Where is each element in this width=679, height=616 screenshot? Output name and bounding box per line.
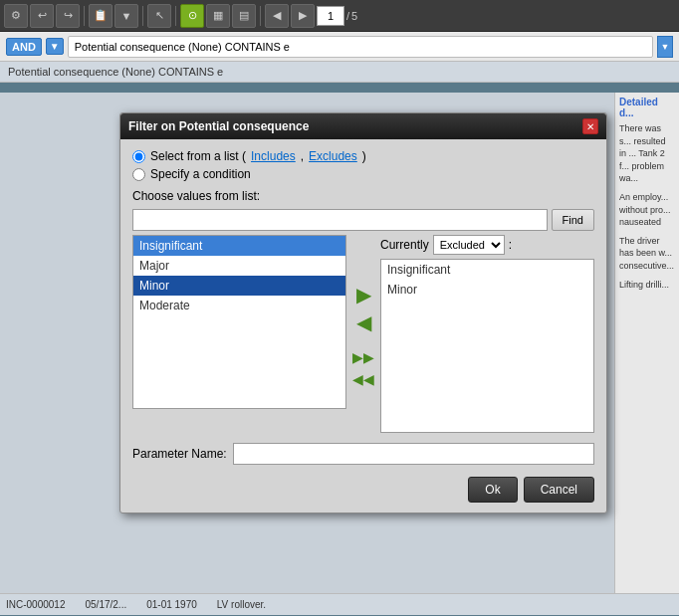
colon: : [509,238,512,252]
paren-close: ) [362,149,366,163]
currently-row: Currently Excluded Included : [380,235,594,255]
move-all-left-button[interactable]: ◀◀ [352,372,374,386]
condition-text-bar: Potential consequence (None) CONTAINS e [0,62,679,83]
filter-dialog: Filter on Potential consequence ✕ Select… [119,112,607,513]
list-item-moderate[interactable]: Moderate [133,296,345,315]
toolbar-btn-filter[interactable]: ⊙ [180,4,204,28]
and-button[interactable]: AND [6,38,42,56]
radio-label-2: Specify a condition [150,167,251,181]
filter-condition-text: Potential consequence (None) CONTAINS e [75,41,290,53]
move-left-button[interactable]: ◀ [356,312,371,332]
dialog-body: Select from a list ( Includes , Excludes… [120,139,606,513]
find-input[interactable] [132,209,548,231]
toolbar-btn-4[interactable]: 📋 [89,4,113,28]
param-row: Parameter Name: [132,443,594,465]
filter-bar: AND ▼ Potential consequence (None) CONTA… [0,32,679,62]
filter-dropdown-arrow[interactable]: ▼ [657,36,673,58]
dialog-footer: Ok Cancel [132,477,594,503]
cancel-button[interactable]: Cancel [524,477,594,503]
dialog-overlay: Filter on Potential consequence ✕ Select… [0,83,679,615]
toolbar-btn-7[interactable]: ▤ [232,4,256,28]
main-toolbar: ⚙ ↩ ↪ 📋 ▼ ↖ ⊙ ▦ ▤ ◀ ▶ 1 / 5 [0,0,679,32]
move-all-right-button[interactable]: ▶▶ [352,350,374,364]
toolbar-sep-2 [142,6,143,26]
condition-line: Potential consequence (None) CONTAINS e [8,66,223,78]
toolbar-btn-1[interactable]: ⚙ [4,4,28,28]
nav-total: 5 [351,10,357,22]
radio-row-2: Specify a condition [132,167,594,181]
toolbar-btn-2[interactable]: ↩ [30,4,54,28]
excludes-link[interactable]: Excludes [309,149,357,163]
list-item-major[interactable]: Major [133,256,345,276]
list-item-minor[interactable]: Minor [133,276,345,296]
ok-button[interactable]: Ok [468,477,517,503]
dialog-title-bar: Filter on Potential consequence ✕ [120,113,606,139]
toolbar-btn-5[interactable]: ▼ [114,4,138,28]
and-dropdown[interactable]: ▼ [46,38,64,55]
right-list-container: Currently Excluded Included : Insignific… [380,235,594,433]
comma-sep: , [301,149,304,163]
param-label: Parameter Name: [132,447,227,461]
dialog-close-button[interactable]: ✕ [582,118,598,134]
nav-separator: / [346,10,349,22]
nav-page-input[interactable]: 1 [317,6,344,26]
toolbar-btn-3[interactable]: ↪ [56,4,80,28]
currently-label: Currently [380,238,429,252]
main-area: Detailed d... There was s... resulted in… [0,83,679,615]
right-list-item-insignificant[interactable]: Insignificant [381,260,593,280]
arrow-buttons: ▶ ◀ ▶▶ ◀◀ [352,235,374,386]
param-name-input[interactable] [233,443,594,465]
find-button[interactable]: Find [552,209,594,231]
find-row: Find [132,209,594,231]
toolbar-sep-3 [175,6,176,26]
nav-prev[interactable]: ◀ [265,4,289,28]
radio-specify-condition[interactable] [132,168,145,181]
toolbar-sep-4 [260,6,261,26]
list-area: Insignificant Major Minor Moderate ▶ ◀ ▶… [132,235,594,433]
radio-row-1: Select from a list ( Includes , Excludes… [132,149,594,163]
dialog-title: Filter on Potential consequence [128,119,309,133]
right-list-item-minor[interactable]: Minor [381,280,593,300]
right-list-box[interactable]: Insignificant Minor [380,259,594,433]
section-label: Choose values from list: [132,189,594,203]
radio-select-list[interactable] [132,150,145,163]
radio-label-1: Select from a list ( [150,149,246,163]
list-item-insignificant[interactable]: Insignificant [133,236,345,256]
toolbar-btn-cursor[interactable]: ↖ [147,4,171,28]
filter-condition-display: Potential consequence (None) CONTAINS e [68,36,653,58]
includes-link[interactable]: Includes [251,149,296,163]
move-right-button[interactable]: ▶ [356,285,371,305]
toolbar-sep-1 [84,6,85,26]
left-list-box[interactable]: Insignificant Major Minor Moderate [132,235,346,409]
nav-play[interactable]: ▶ [291,4,315,28]
currently-select[interactable]: Excluded Included [433,235,505,255]
toolbar-btn-6[interactable]: ▦ [206,4,230,28]
left-list-container: Insignificant Major Minor Moderate [132,235,346,409]
radio-group: Select from a list ( Includes , Excludes… [132,149,594,181]
